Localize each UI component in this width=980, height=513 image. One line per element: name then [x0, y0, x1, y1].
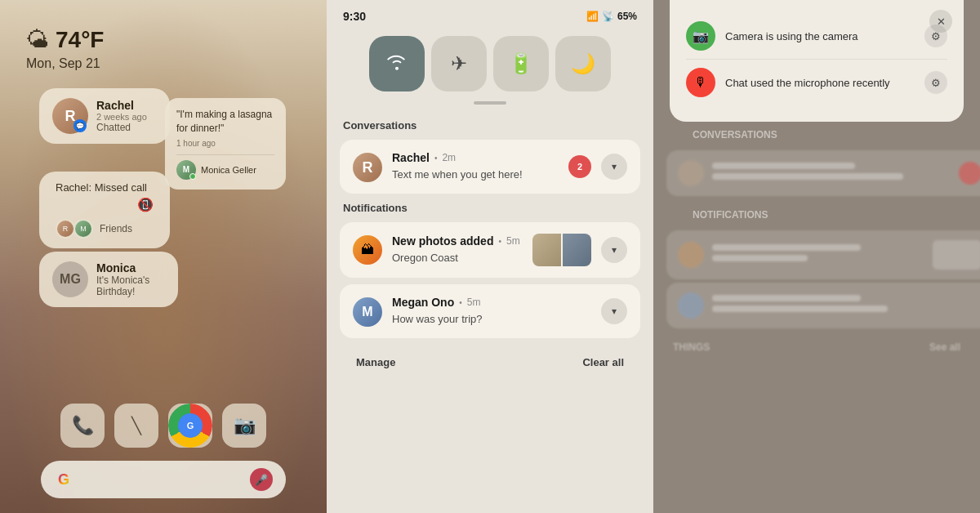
bg-things-row: THINGS See all — [653, 332, 980, 363]
bg-line-1 — [712, 163, 855, 169]
clear-all-button[interactable]: Clear all — [572, 351, 634, 373]
battery-icon: 🔋 — [509, 52, 533, 75]
airplane-icon: ✈ — [451, 52, 467, 75]
manage-button[interactable]: Manage — [346, 351, 405, 373]
drag-indicator — [474, 101, 506, 105]
rachel-sub: Chatted — [96, 122, 147, 133]
missed-call-bubble[interactable]: Rachel: Missed call 📵 R M Friends — [39, 172, 170, 248]
megan-notif-sender: Megan Ono — [392, 296, 454, 309]
airplane-tile[interactable]: ✈ — [431, 36, 487, 91]
bg-conversations-label: CONVERSATIONS — [673, 123, 980, 147]
photo-thumb-1 — [532, 234, 561, 266]
photos-expand-button[interactable]: ▾ — [601, 237, 627, 263]
monica-sub2: Birthday! — [96, 286, 149, 297]
bg-photos-avatar — [678, 242, 704, 268]
wifi-tile[interactable] — [369, 36, 425, 91]
status-icons: 📶 📡 65% — [586, 11, 637, 22]
bg-thumb — [933, 240, 980, 270]
mic-perm-settings-button[interactable]: ⚙ — [924, 71, 947, 94]
notification-shade: 9:30 📶 📡 65% ✈ 🔋 🌙 Conversations R Rache… — [327, 0, 653, 513]
bg-see-all: See all — [929, 341, 960, 353]
bg-megan-text — [712, 295, 980, 316]
battery-saver-tile[interactable]: 🔋 — [493, 36, 549, 91]
monica-small-avatar: M — [176, 160, 196, 180]
photos-notif-time: 5m — [506, 235, 520, 247]
rachel-time: 2 weeks ago — [96, 112, 147, 122]
conversations-section-label: Conversations — [327, 114, 653, 136]
app-dock: 📞 ╲ G 📷 — [60, 404, 266, 448]
monica-initials: MG — [52, 261, 88, 297]
home-screen: 🌤 74°F Mon, Sep 21 R 💬 Rachel 2 weeks ag… — [0, 0, 327, 513]
bg-rachel-text — [712, 163, 951, 184]
rachel-name: Rachel — [96, 99, 147, 112]
bg-photos-card — [666, 230, 980, 279]
phone-app-icon[interactable]: 📞 — [60, 404, 105, 448]
rachel-notification-card[interactable]: R Rachel • 2m Text me when you get here!… — [340, 140, 640, 194]
signal-status-icon: 📡 — [602, 11, 614, 22]
rachel-notif-avatar: R — [353, 153, 382, 182]
status-bar: 9:30 📶 📡 65% — [327, 0, 653, 29]
wifi-status-icon: 📶 — [586, 11, 599, 22]
quote-time: 1 hour ago — [176, 139, 274, 148]
status-time: 9:30 — [343, 10, 366, 23]
mic-permission-item: 🎙 Chat used the microphone recently ⚙ — [686, 59, 947, 105]
weather-date: Mon, Sep 21 — [26, 56, 104, 71]
weather-temp: 74°F — [56, 27, 104, 53]
bg-rachel-avatar — [678, 160, 704, 186]
notif-dot: • — [434, 154, 438, 163]
quote-bubble[interactable]: "I'm making a lasagna for dinner!" 1 hou… — [165, 98, 286, 190]
rachel-notif-time: 2m — [442, 152, 456, 163]
photos-notif-content: New photos added • 5m Oregon Coast — [392, 234, 523, 265]
online-indicator — [189, 173, 196, 180]
quote-text: "I'm making a lasagna for dinner!" — [176, 108, 274, 136]
bg-megan-card — [666, 283, 980, 328]
missed-call-icon: 📵 — [56, 197, 154, 212]
megan-notif-content: Megan Ono • 5m How was your trip? — [392, 296, 591, 327]
permission-dialog: ✕ 📷 Camera is using the camera ⚙ 🎙 Chat … — [670, 0, 964, 122]
bg-megan-line-1 — [712, 295, 861, 301]
notifications-section-label: Notifications — [327, 197, 653, 219]
bg-photos-line-2 — [712, 255, 808, 261]
photos-notification-card[interactable]: 🏔 New photos added • 5m Oregon Coast ▾ — [340, 222, 640, 278]
friend-avatar-2: M — [74, 219, 93, 239]
photo-thumb-2 — [563, 234, 591, 266]
megan-expand-button[interactable]: ▾ — [601, 298, 627, 324]
camera-perm-icon: 📷 — [686, 21, 715, 51]
night-mode-tile[interactable]: 🌙 — [555, 36, 611, 91]
monica-contact-bubble[interactable]: MG Monica It's Monica's Birthday! — [39, 252, 178, 307]
rachel-notif-sender: Rachel — [392, 151, 430, 164]
permissions-panel: CONVERSATIONS NOTIFICATIONS — [653, 0, 980, 513]
megan-notif-message: How was your trip? — [392, 312, 591, 327]
google-search-bar[interactable]: G 🎤 — [41, 461, 286, 498]
megan-notif-avatar: M — [353, 297, 382, 327]
megan-notif-time: 5m — [467, 297, 481, 308]
camera-app-icon[interactable]: 📷 — [222, 404, 266, 448]
night-icon: 🌙 — [571, 52, 595, 75]
mic-perm-icon: 🎙 — [686, 68, 715, 97]
rachel-notif-content: Rachel • 2m Text me when you get here! — [392, 151, 559, 182]
camera-perm-text: Camera is using the camera — [725, 30, 915, 42]
monica-sub1: It's Monica's — [96, 274, 149, 286]
weather-icon: 🌤 — [26, 26, 49, 53]
monica-contact-name: Monica Geller — [201, 165, 256, 175]
weather-widget[interactable]: 🌤 74°F Mon, Sep 21 — [26, 26, 104, 71]
rachel-expand-button[interactable]: ▾ — [601, 154, 627, 180]
chrome-app-icon[interactable]: G — [168, 404, 212, 448]
bg-badge — [959, 162, 980, 185]
bg-notifications-label: NOTIFICATIONS — [673, 203, 980, 227]
files-app-icon[interactable]: ╲ — [114, 404, 158, 448]
monica-name: Monica — [96, 261, 149, 274]
dialog-close-button[interactable]: ✕ — [929, 10, 952, 33]
bg-rachel-card — [666, 150, 980, 196]
notification-actions: Manage Clear all — [327, 341, 653, 380]
rachel-contact-bubble[interactable]: R 💬 Rachel 2 weeks ago Chatted — [39, 88, 170, 144]
friend-avatar-1: R — [56, 219, 75, 239]
rachel-notif-message: Text me when you get here! — [392, 167, 559, 182]
photos-thumbnails — [532, 234, 591, 266]
friends-label: Friends — [100, 223, 132, 234]
megan-notification-card[interactable]: M Megan Ono • 5m How was your trip? ▾ — [340, 284, 640, 338]
google-logo: G — [54, 470, 74, 489]
voice-search-icon[interactable]: 🎤 — [250, 468, 273, 491]
rachel-unread-badge: 2 — [568, 155, 591, 178]
battery-status-icon: 65% — [617, 11, 637, 22]
